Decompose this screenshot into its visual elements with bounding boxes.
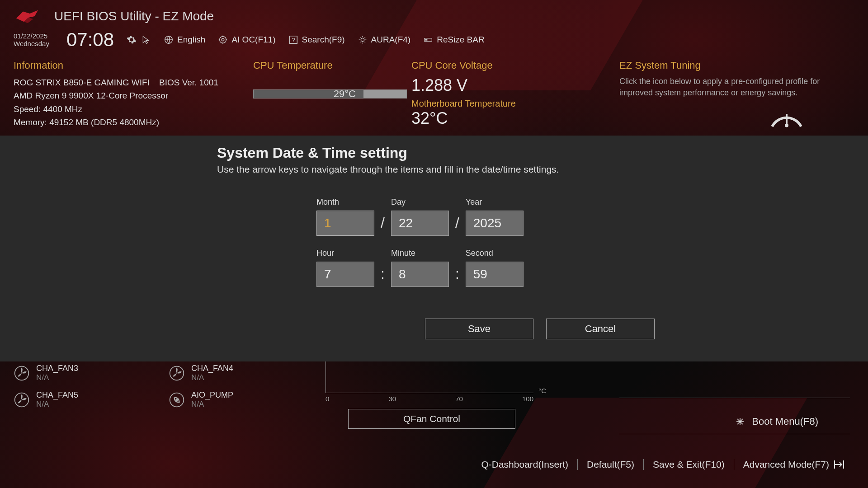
ai-oc-button[interactable]: AI OC(F11) <box>218 35 275 45</box>
ez-tuning-panel: EZ System Tuning Click the icon below to… <box>619 60 854 131</box>
date-separator: / <box>455 215 459 236</box>
bar-icon <box>423 35 433 45</box>
weekday-text: Wednesday <box>14 40 49 47</box>
svg-point-1 <box>220 37 226 43</box>
gauge-icon[interactable] <box>769 107 805 131</box>
target-icon <box>218 35 228 45</box>
hour-label: Hour <box>316 249 374 258</box>
minute-label: Minute <box>391 249 449 258</box>
svg-point-13 <box>175 399 178 401</box>
fan-value: N/A <box>36 373 78 382</box>
time-separator: : <box>381 266 385 287</box>
day-label: Day <box>391 197 449 207</box>
information-panel: Information ROG STRIX B850-E GAMING WIFI… <box>14 60 235 131</box>
clock-text[interactable]: 07:08 <box>66 29 114 51</box>
ez-tuning-label: EZ System Tuning <box>619 60 854 71</box>
voltage-label: CPU Core Voltage <box>411 60 601 71</box>
q-dashboard-button[interactable]: Q-Dashboard(Insert) <box>472 459 578 470</box>
svg-rect-7 <box>425 39 428 40</box>
pump-icon <box>169 392 185 408</box>
resize-bar-label: ReSize BAR <box>437 35 485 45</box>
resize-bar-button[interactable]: ReSize BAR <box>423 35 485 45</box>
rog-logo-icon <box>14 8 41 24</box>
fan-value: N/A <box>191 373 233 382</box>
question-icon: ? <box>288 35 298 45</box>
svg-text:?: ? <box>292 37 295 43</box>
boot-menu-button[interactable]: Boot Menu(F8) <box>735 416 818 427</box>
fan-curve-chart: °C 0 30 70 100 QFan Control <box>326 361 542 429</box>
footer-bar: Q-Dashboard(Insert) Default(F5) Save & E… <box>472 459 854 470</box>
advanced-mode-button[interactable]: Advanced Mode(F7) <box>734 459 854 470</box>
save-button[interactable]: Save <box>425 319 533 339</box>
globe-icon <box>164 35 174 45</box>
fan-icon <box>14 392 30 408</box>
gear-icon <box>127 35 137 45</box>
minute-input[interactable]: 8 <box>391 262 449 287</box>
date-text: 01/22/2025 <box>14 32 49 40</box>
month-input[interactable]: 1 <box>316 211 374 236</box>
chart-tick: 70 <box>455 395 463 403</box>
ai-oc-label: AI OC(F11) <box>231 35 275 45</box>
cursor-indicator <box>141 35 151 45</box>
aura-button[interactable]: AURA(F4) <box>358 35 411 45</box>
cpu-name: AMD Ryzen 9 9900X 12-Core Processor <box>14 89 235 102</box>
boot-menu-label: Boot Menu(F8) <box>752 416 818 427</box>
exit-icon <box>834 460 845 469</box>
sparkle-icon <box>735 416 745 427</box>
svg-point-5 <box>361 38 364 41</box>
advanced-mode-label: Advanced Mode(F7) <box>743 459 829 470</box>
day-input[interactable]: 22 <box>391 211 449 236</box>
sun-icon <box>358 35 368 45</box>
fan-name: CHA_FAN4 <box>191 364 233 373</box>
cpu-temp-panel: CPU Temperature 29°C <box>253 60 393 131</box>
fan-value: N/A <box>191 400 233 409</box>
cpu-temp-bar: 29°C <box>253 89 407 99</box>
default-button[interactable]: Default(F5) <box>578 459 644 470</box>
fan-value: N/A <box>36 400 78 409</box>
svg-point-8 <box>785 124 788 127</box>
second-label: Second <box>466 249 524 258</box>
memory-info: Memory: 49152 MB (DDR5 4800MHz) <box>14 116 235 129</box>
fan-item[interactable]: AIO_PUMPN/A <box>169 390 233 409</box>
second-input[interactable]: 59 <box>466 262 524 287</box>
mb-temp-label: Motherboard Temperature <box>411 99 601 109</box>
cpu-temp-label: CPU Temperature <box>253 60 393 71</box>
chart-tick: 0 <box>326 395 329 403</box>
fan-name: AIO_PUMP <box>191 390 233 400</box>
bios-version: BIOS Ver. 1001 <box>159 78 218 87</box>
svg-point-2 <box>222 38 225 41</box>
modal-subtitle: Use the arrow keys to navigate through t… <box>217 164 669 175</box>
modal-title: System Date & Time setting <box>217 145 669 161</box>
ez-tuning-desc: Click the icon below to apply a pre-conf… <box>619 76 832 99</box>
cancel-button[interactable]: Cancel <box>546 319 655 339</box>
fan-item[interactable]: CHA_FAN4N/A <box>169 364 233 382</box>
qfan-control-button[interactable]: QFan Control <box>348 409 515 429</box>
search-button[interactable]: ? Search(F9) <box>288 35 345 45</box>
cursor-icon <box>141 35 151 45</box>
cpu-temp-value: 29°C <box>334 88 356 100</box>
chart-tick: 30 <box>388 395 396 403</box>
datetime-modal: System Date & Time setting Use the arrow… <box>217 145 669 339</box>
datetime-block[interactable]: 01/22/2025 Wednesday <box>14 32 49 47</box>
language-button[interactable]: English <box>164 35 205 45</box>
hour-input[interactable]: 7 <box>316 262 374 287</box>
year-input[interactable]: 2025 <box>466 211 524 236</box>
fan-name: CHA_FAN3 <box>36 364 78 373</box>
year-label: Year <box>466 197 524 207</box>
fan-item[interactable]: CHA_FAN3N/A <box>14 364 78 382</box>
search-label: Search(F9) <box>302 35 345 45</box>
time-separator: : <box>455 266 459 287</box>
fan-name: CHA_FAN5 <box>36 390 78 400</box>
page-title: UEFI BIOS Utility - EZ Mode <box>54 9 214 23</box>
chart-unit: °C <box>538 387 546 394</box>
fan-item[interactable]: CHA_FAN5N/A <box>14 390 78 409</box>
information-label: Information <box>14 60 235 71</box>
board-name: ROG STRIX B850-E GAMING WIFI <box>14 78 150 87</box>
fan-icon <box>14 365 30 381</box>
chart-tick: 100 <box>522 395 533 403</box>
month-label: Month <box>316 197 374 207</box>
settings-button[interactable] <box>127 35 137 45</box>
language-label: English <box>177 35 205 45</box>
save-exit-button[interactable]: Save & Exit(F10) <box>644 459 734 470</box>
mb-temp-value: 32°C <box>411 109 601 128</box>
